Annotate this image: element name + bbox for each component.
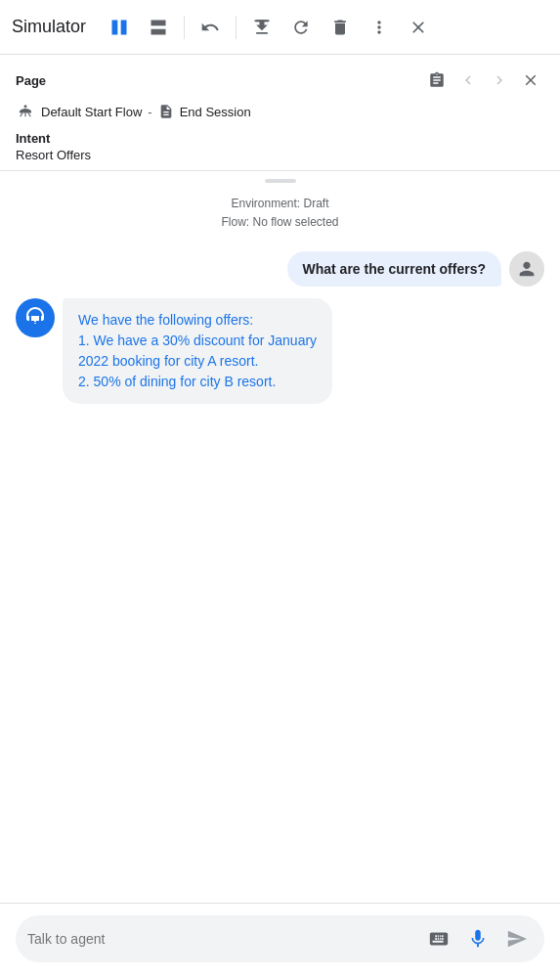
input-area — [0, 903, 560, 978]
refresh-icon — [291, 18, 311, 37]
nav-back-button[interactable] — [454, 67, 482, 94]
breadcrumb: Default Start Flow - End Session — [16, 102, 544, 121]
split-vertical-icon — [149, 18, 168, 37]
intent-section: Intent Resort Offers — [16, 131, 544, 162]
svg-rect-1 — [121, 20, 127, 34]
more-options-icon — [369, 18, 389, 37]
agent-bubble: We have the following offers: 1. We have… — [63, 298, 332, 404]
page-nav — [423, 67, 544, 94]
close-icon — [409, 18, 428, 37]
chat-area: Environment: Draft Flow: No flow selecte… — [0, 171, 560, 909]
env-text-line1: Environment: Draft — [0, 195, 560, 213]
svg-point-5 — [24, 105, 27, 108]
clipboard-button[interactable] — [423, 67, 451, 94]
headset-icon — [23, 306, 47, 330]
user-message-row: What are the current offers? — [16, 251, 544, 287]
page-label: Page — [16, 73, 46, 88]
intent-value: Resort Offers — [16, 148, 544, 162]
svg-rect-3 — [151, 28, 166, 34]
page-section: Page — [0, 55, 560, 171]
export-icon — [252, 18, 272, 37]
drag-bar — [265, 179, 296, 183]
document-icon — [158, 104, 174, 119]
svg-rect-0 — [112, 20, 118, 34]
flow-start-icon — [17, 103, 34, 120]
chevron-left-icon — [459, 71, 477, 89]
app-title: Simulator — [12, 17, 86, 37]
user-avatar — [509, 251, 544, 287]
split-vertical-button[interactable] — [141, 10, 176, 45]
input-row — [16, 915, 544, 962]
flow-name: Default Start Flow — [41, 105, 142, 119]
nav-forward-button[interactable] — [486, 67, 513, 94]
more-options-button[interactable] — [362, 10, 397, 45]
page-doc-icon — [158, 104, 174, 119]
svg-rect-2 — [151, 20, 166, 25]
refresh-button[interactable] — [283, 10, 319, 45]
page-close-button[interactable] — [517, 67, 544, 94]
talk-input[interactable] — [27, 931, 415, 947]
agent-avatar — [16, 298, 55, 337]
mic-button[interactable] — [462, 923, 494, 955]
toolbar-icons — [102, 10, 436, 45]
send-icon — [506, 928, 528, 950]
split-horizontal-icon — [109, 18, 129, 37]
intent-label: Intent — [16, 131, 544, 146]
page-name: End Session — [180, 105, 251, 119]
export-button[interactable] — [244, 10, 280, 45]
undo-button[interactable] — [193, 10, 228, 45]
breadcrumb-separator: - — [148, 105, 151, 119]
keyboard-input-button[interactable] — [423, 923, 454, 955]
toolbar-divider-1 — [184, 16, 185, 39]
page-header: Page — [16, 67, 544, 94]
user-bubble: What are the current offers? — [287, 251, 501, 287]
input-mode-icon — [428, 928, 450, 950]
env-info: Environment: Draft Flow: No flow selecte… — [0, 187, 560, 244]
flow-icon — [16, 102, 35, 121]
toolbar: Simulator — [0, 0, 560, 55]
split-horizontal-button[interactable] — [102, 10, 137, 45]
page-close-icon — [522, 71, 539, 89]
env-text-line2: Flow: No flow selected — [0, 213, 560, 232]
chat-messages: What are the current offers? We have the… — [0, 244, 560, 412]
agent-message-line1: We have the following offers: — [78, 310, 317, 331]
undo-icon — [200, 18, 220, 37]
chevron-right-icon — [491, 71, 508, 89]
toolbar-divider-2 — [236, 16, 237, 39]
close-button[interactable] — [401, 10, 436, 45]
mic-icon — [467, 928, 489, 950]
agent-message-line3: 2022 booking for city A resort. — [78, 351, 317, 372]
clipboard-icon — [428, 71, 446, 89]
agent-message-line4: 2. 50% of dining for city B resort. — [78, 372, 317, 392]
drag-handle[interactable] — [0, 171, 560, 187]
user-avatar-icon — [516, 258, 538, 280]
delete-icon — [330, 18, 350, 37]
svg-line-7 — [28, 113, 30, 117]
agent-message-line2: 1. We have a 30% discount for January — [78, 331, 317, 351]
delete-button[interactable] — [323, 10, 358, 45]
svg-line-6 — [21, 113, 22, 117]
agent-message-row: We have the following offers: 1. We have… — [16, 298, 544, 404]
send-button[interactable] — [501, 923, 533, 955]
